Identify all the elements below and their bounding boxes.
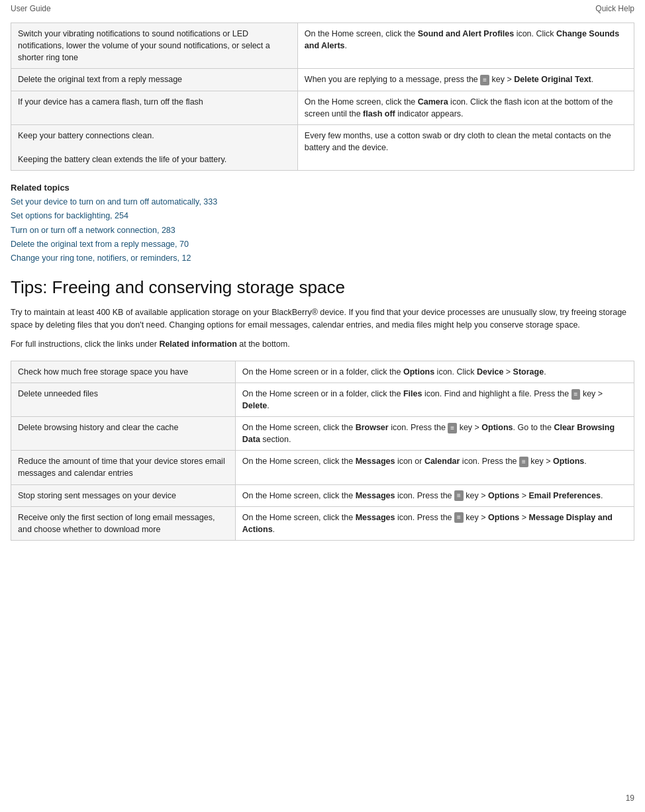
related-link-2[interactable]: Set options for backlighting, 254 — [11, 209, 634, 223]
table-cell-right: On the Home screen, click the Messages i… — [235, 451, 634, 484]
table-cell-left: Keep your battery connections clean. Kee… — [11, 124, 298, 170]
table-cell-left: Delete the original text from a reply me… — [11, 69, 298, 91]
table-row: Delete the original text from a reply me… — [11, 69, 634, 91]
table-row: Delete unneeded files On the Home screen… — [11, 383, 634, 416]
related-link-5[interactable]: Change your ring tone, notifiers, or rem… — [11, 251, 634, 265]
header-left: User Guide — [11, 4, 51, 13]
table-row: Reduce the amount of time that your devi… — [11, 451, 634, 484]
table-cell-right: When you are replying to a message, pres… — [297, 69, 634, 91]
table-cell-left: If your device has a camera flash, turn … — [11, 91, 298, 124]
table-row: Delete browsing history and clear the ca… — [11, 417, 634, 451]
table-cell-left: Check how much free storage space you ha… — [11, 361, 236, 383]
table-cell-right: On the Home screen or in a folder, click… — [235, 361, 634, 383]
menu-key-icon: ≡ — [571, 389, 581, 400]
table-cell-left: Reduce the amount of time that your devi… — [11, 451, 236, 484]
table-cell-right: On the Home screen, click the Browser ic… — [235, 417, 634, 451]
table-cell-right: On the Home screen, click the Camera ico… — [297, 91, 634, 124]
table-cell-right: On the Home screen, click the Messages i… — [235, 484, 634, 506]
related-link-3[interactable]: Turn on or turn off a network connection… — [11, 224, 634, 238]
table-cell-right: On the Home screen or in a folder, click… — [235, 383, 634, 416]
section-intro: Try to maintain at least 400 KB of avail… — [11, 306, 634, 332]
section-heading: Tips: Freeing and conserving storage spa… — [11, 277, 634, 298]
table-row: Keep your battery connections clean. Kee… — [11, 124, 634, 170]
menu-key-icon: ≡ — [448, 423, 457, 433]
page-number: 19 — [626, 793, 634, 803]
related-topics-section: Related topics Set your device to turn o… — [11, 183, 634, 265]
table-row: Check how much free storage space you ha… — [11, 361, 634, 383]
tips-table: Check how much free storage space you ha… — [11, 361, 634, 541]
table-row: Switch your vibrating notifications to s… — [11, 23, 634, 69]
table-cell-left: Switch your vibrating notifications to s… — [11, 23, 298, 69]
table-cell-left: Delete unneeded files — [11, 383, 236, 416]
table-cell-right: Every few months, use a cotton swab or d… — [297, 124, 634, 170]
table-cell-right: On the Home screen, click the Messages i… — [235, 506, 634, 540]
section-intro2: For full instructions, click the links u… — [11, 338, 634, 351]
menu-key-icon: ≡ — [480, 75, 489, 85]
table-cell-left: Delete browsing history and clear the ca… — [11, 417, 236, 451]
menu-key-icon: ≡ — [454, 512, 464, 523]
related-link-1[interactable]: Set your device to turn on and turn off … — [11, 195, 634, 209]
table-cell-left: Receive only the first section of long e… — [11, 506, 236, 540]
top-info-table: Switch your vibrating notifications to s… — [11, 23, 634, 171]
menu-key-icon: ≡ — [454, 490, 464, 501]
menu-key-icon: ≡ — [519, 457, 528, 467]
table-cell-right: On the Home screen, click the Sound and … — [297, 23, 634, 69]
related-topics-title: Related topics — [11, 183, 634, 193]
header-right: Quick Help — [595, 4, 634, 13]
table-row: Stop storing sent messages on your devic… — [11, 484, 634, 506]
table-cell-left: Stop storing sent messages on your devic… — [11, 484, 236, 506]
table-row: Receive only the first section of long e… — [11, 506, 634, 540]
table-row: If your device has a camera flash, turn … — [11, 91, 634, 124]
related-link-4[interactable]: Delete the original text from a reply me… — [11, 238, 634, 251]
